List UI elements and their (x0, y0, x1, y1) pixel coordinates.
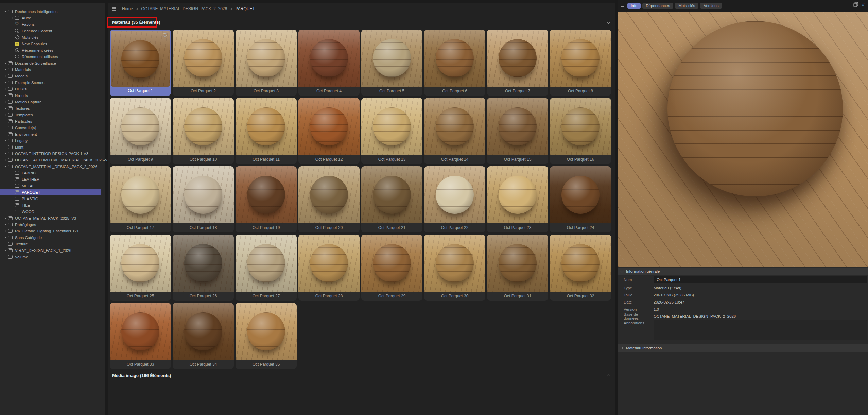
sidebar-item[interactable]: Récemment crées (0, 47, 101, 53)
material-tile[interactable]: Oct Parquet 17 (110, 166, 171, 232)
sidebar-item[interactable]: OCTANE_METAL_PACK_2025_V3 (0, 215, 101, 221)
sidebar-item[interactable]: Example Scenes (0, 79, 101, 86)
inspector-tab[interactable]: Dépendances (642, 3, 673, 9)
sidebar-item[interactable]: Convertie(s) (0, 124, 101, 131)
sidebar-item[interactable]: Featured Content (0, 28, 101, 34)
tree-expand-arrow-icon[interactable] (3, 75, 8, 77)
material-info-section-header[interactable]: Matériau Information (618, 344, 868, 352)
material-tile[interactable]: Oct Parquet 13 (361, 98, 422, 164)
material-tile[interactable]: Oct Parquet 12 (298, 98, 360, 164)
material-thumbnail[interactable] (236, 166, 297, 223)
tree-expand-arrow-icon[interactable] (3, 153, 8, 155)
inspector-tab[interactable]: Mots-clés (675, 3, 698, 9)
material-thumbnail[interactable] (236, 303, 297, 360)
sidebar-item[interactable]: V-RAY_DESIGN_PACK_1_2026 (0, 247, 101, 254)
material-tile[interactable]: Oct Parquet 8 (550, 30, 611, 96)
material-thumbnail[interactable] (361, 30, 422, 87)
sidebar-item[interactable]: PLASTIC (0, 195, 101, 202)
material-tile[interactable]: Oct Parquet 2 (173, 30, 234, 96)
collapse-sidebar-icon[interactable] (112, 7, 118, 11)
material-thumbnail[interactable] (550, 98, 611, 155)
material-tile[interactable]: Oct Parquet 23 (487, 166, 548, 232)
material-thumbnail[interactable] (298, 235, 360, 292)
material-thumbnail[interactable] (110, 235, 171, 292)
chevron-down-icon[interactable] (621, 270, 623, 273)
tree-expand-arrow-icon[interactable] (3, 140, 8, 142)
material-thumbnail[interactable] (173, 98, 234, 155)
material-tile[interactable]: Oct Parquet 4 (298, 30, 360, 96)
annotations-textarea[interactable] (654, 320, 867, 340)
breadcrumb-pack[interactable]: OCTANE_MATERIAL_DESIGN_PACK_2_2026 (141, 6, 227, 11)
sidebar-item[interactable]: Favoris (0, 21, 101, 28)
sidebar-item[interactable]: Models (0, 73, 101, 79)
material-tile[interactable]: Oct Parquet 22 (424, 166, 485, 232)
material-tile[interactable]: Oct Parquet 24 (550, 166, 611, 232)
material-section-header[interactable]: Matériau (35 Éléments) (112, 17, 610, 28)
material-tile[interactable]: Oct Parquet 28 (298, 235, 360, 301)
tree-expand-arrow-icon[interactable] (3, 101, 8, 103)
material-tile[interactable]: Oct Parquet 18 (173, 166, 234, 232)
material-thumbnail[interactable] (110, 98, 171, 155)
material-tile[interactable]: Oct Parquet 27 (236, 235, 297, 301)
material-tile[interactable]: Oct Parquet 33 (110, 303, 171, 369)
sidebar-item[interactable]: Récemment utilisées (0, 53, 101, 60)
material-tile[interactable]: Oct Parquet 20 (298, 166, 360, 232)
material-tile[interactable]: Oct Parquet 19 (236, 166, 297, 232)
inspector-tab[interactable]: Versions (700, 3, 722, 9)
sidebar-item[interactable]: Dossier de Surveillance (0, 60, 101, 66)
sidebar-item[interactable]: Textures (0, 105, 101, 111)
sidebar-item[interactable]: HDRIs (0, 86, 101, 92)
sidebar-item[interactable]: Light (0, 144, 101, 150)
material-tile[interactable]: Oct Parquet 16 (550, 98, 611, 164)
sidebar-item[interactable]: Legacy (0, 137, 101, 144)
material-thumbnail[interactable] (236, 235, 297, 292)
material-tile[interactable]: Oct Parquet 35 (236, 303, 297, 369)
material-thumbnail[interactable] (298, 98, 360, 155)
material-thumbnail[interactable] (487, 166, 548, 223)
tree-expand-arrow-icon[interactable] (3, 107, 8, 109)
material-thumbnail[interactable] (487, 235, 548, 292)
sidebar-item[interactable]: OCTANE-INTERIOR-DESIGN-PACK-1-V3 (0, 150, 101, 157)
material-thumbnail[interactable] (298, 166, 360, 223)
sidebar-item[interactable]: OCTANE_AUTOMOTIVE_MATERIAL_PACK_2026-V1 (0, 157, 101, 163)
material-thumbnail[interactable] (487, 30, 548, 87)
material-thumbnail[interactable] (110, 303, 171, 360)
material-thumbnail[interactable] (424, 235, 485, 292)
material-tile[interactable]: Oct Parquet 3 (236, 30, 297, 96)
sidebar-item[interactable]: RK_Octane_Lighting_Essentials_r21 (0, 228, 101, 234)
sidebar-item[interactable]: WOOD (0, 208, 101, 215)
material-tile[interactable]: Oct Parquet 14 (424, 98, 485, 164)
tree-expand-arrow-icon[interactable] (3, 224, 8, 226)
material-tile[interactable]: ♡ Oct Parquet 1 (110, 30, 171, 96)
material-thumbnail[interactable]: ♡ (111, 31, 170, 87)
material-tile[interactable]: Oct Parquet 9 (110, 98, 171, 164)
sidebar-item[interactable]: Materials (0, 66, 101, 73)
sidebar-item[interactable]: Nœuds (0, 92, 101, 99)
sidebar-item[interactable]: Texture (0, 241, 101, 247)
material-thumbnail[interactable] (173, 235, 234, 292)
tree-expand-arrow-icon[interactable] (3, 88, 8, 90)
sidebar-item[interactable]: Volume (0, 254, 101, 260)
material-thumbnail[interactable] (236, 30, 297, 87)
tree-expand-arrow-icon[interactable] (10, 17, 15, 19)
tree-expand-arrow-icon[interactable] (3, 217, 8, 219)
sidebar-item[interactable]: Particules (0, 118, 101, 124)
material-thumbnail[interactable] (110, 166, 171, 223)
material-tile[interactable]: Oct Parquet 7 (487, 30, 548, 96)
tree-expand-arrow-icon[interactable] (3, 62, 8, 64)
copy-icon[interactable] (853, 2, 858, 7)
sidebar-item[interactable]: Autre (0, 15, 101, 21)
hash-icon[interactable]: # (862, 2, 865, 7)
sidebar-item[interactable]: TILE (0, 202, 101, 208)
tree-expand-arrow-icon[interactable] (3, 159, 8, 161)
inspector-tab[interactable]: Info (627, 3, 641, 9)
material-thumbnail[interactable] (173, 166, 234, 223)
chevron-down-icon[interactable] (607, 21, 610, 24)
material-thumbnail[interactable] (173, 303, 234, 360)
material-thumbnail[interactable] (550, 30, 611, 87)
material-thumbnail[interactable] (424, 166, 485, 223)
material-tile[interactable]: Oct Parquet 11 (236, 98, 297, 164)
tree-expand-arrow-icon[interactable] (3, 82, 8, 84)
sidebar-item[interactable]: Sans Catégorie (0, 234, 101, 241)
tree-expand-arrow-icon[interactable] (3, 230, 8, 232)
